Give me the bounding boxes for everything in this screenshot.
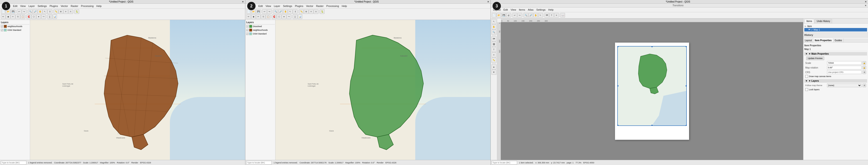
draw-map-check[interactable] (805, 75, 808, 78)
layer-item-osm-2[interactable]: ✓ OSM Standard (246, 32, 275, 36)
redo-btn-1[interactable]: ↪ (22, 9, 26, 14)
new-btn-3[interactable]: 📄 (492, 13, 496, 18)
undo-btn-3[interactable]: ↩ (513, 13, 517, 18)
menu-processing-2[interactable]: Processing (325, 4, 340, 8)
tab-layout[interactable]: Layout (803, 38, 813, 42)
save-btn-2[interactable]: 💾 (256, 9, 260, 14)
zoom-in-btn-1[interactable]: 🔍 (28, 9, 33, 14)
layer-item-neighbourhoods-1[interactable]: ✓ neighbourhoods (0, 25, 29, 28)
add-leg-tool-3[interactable]: ≡ (491, 52, 496, 57)
menu-view-2[interactable]: View (264, 4, 273, 8)
pan-btn-1[interactable]: ✋ (38, 9, 42, 14)
cut-btn-2[interactable]: ✂ (256, 14, 260, 19)
menu-settings-2[interactable]: Settings (281, 4, 293, 8)
raise-btn-3[interactable]: ▲ (491, 64, 496, 69)
select-btn-1[interactable]: ↖ (42, 9, 47, 14)
menu-items-3[interactable]: Items (518, 8, 527, 11)
tab-item-props[interactable]: Item Properties (813, 38, 833, 42)
add-map-btn-3[interactable]: 🗺 (545, 13, 549, 18)
tab-items[interactable]: Items (804, 19, 814, 23)
python-btn-2[interactable]: 🐍 (320, 9, 324, 14)
redo-btn-3[interactable]: ↪ (517, 13, 522, 18)
update-preview-btn[interactable]: Update Preview (806, 57, 824, 60)
menu-vector-2[interactable]: Vector (305, 4, 315, 8)
add-txt-tool-3[interactable]: T (491, 47, 496, 52)
layer-check-dissolved-2[interactable]: ✓ (246, 25, 249, 28)
add-point-btn-2[interactable]: ● (282, 14, 286, 19)
cut-btn-1[interactable]: ✂ (11, 14, 15, 19)
digitize-btn-2[interactable]: ✏ (246, 14, 251, 19)
map-canvas-2[interactable]: Badalona Sabadell Sant Feliu deLlobregat… (275, 20, 491, 160)
menu-atlas-3[interactable]: Atlas (527, 8, 535, 11)
snap-btn-1[interactable]: 🧲 (27, 14, 31, 19)
layer-check-1[interactable]: ✓ (1, 25, 3, 28)
locate-input-3[interactable] (492, 161, 517, 165)
layer-btn-2[interactable]: ⊕ (304, 9, 309, 14)
lock-layers-check[interactable] (805, 88, 808, 91)
snap-btn-2[interactable]: 🧲 (272, 14, 277, 19)
menu-processing-1[interactable]: Processing (80, 4, 95, 8)
close-icon-2[interactable]: ✕ (487, 0, 489, 3)
node-btn-1[interactable]: ◆ (6, 14, 10, 19)
layer-item-neighbourhoods-2[interactable]: ✓ neighbourhoods (246, 28, 275, 32)
attr-btn-2[interactable]: ≡ (309, 9, 313, 14)
stat-btn-2[interactable]: 📊 (298, 14, 302, 19)
add-poly-btn-2[interactable]: ⬡ (277, 14, 281, 19)
select-tool-3[interactable]: ↖ (491, 19, 496, 24)
save-btn-1[interactable]: 💾 (11, 9, 15, 14)
atlas-btn-3[interactable]: 📖 (560, 13, 565, 18)
locate-input-1[interactable] (1, 161, 26, 165)
layer-check-neigh-2[interactable]: ✓ (246, 29, 249, 31)
add-img-tool-3[interactable]: 🖼 (491, 42, 496, 47)
menu-vector-1[interactable]: Vector (59, 4, 69, 8)
tree-item-root[interactable]: ▷ Item (804, 25, 867, 28)
menu-edit-3[interactable]: Edit (502, 8, 509, 11)
print-canvas[interactable] (501, 22, 803, 160)
stat-btn-1[interactable]: 📊 (52, 14, 57, 19)
measure-btn-1[interactable]: 📏 (54, 9, 58, 14)
map-frame-selected[interactable] (617, 46, 687, 126)
label-btn-1[interactable]: A (68, 9, 73, 14)
menu-raster-1[interactable]: Raster (69, 4, 80, 8)
undo-btn-1[interactable]: ↩ (17, 9, 22, 14)
node-btn-2[interactable]: ◆ (251, 14, 256, 19)
menu-help-3[interactable]: Help (547, 8, 555, 11)
zoom-tool-3[interactable]: 🔍 (491, 30, 496, 35)
menu-edit-2[interactable]: Edit (257, 4, 264, 8)
add-map-tool-3[interactable]: 🗺 (491, 36, 496, 41)
python-btn-1[interactable]: 🐍 (74, 9, 79, 14)
menu-plugins-1[interactable]: Plugins (48, 4, 59, 8)
menu-raster-2[interactable]: Raster (315, 4, 325, 8)
menu-settings-1[interactable]: Settings (36, 4, 48, 8)
menu-layer-1[interactable]: Layer (27, 4, 36, 8)
rotation-input[interactable] (827, 66, 862, 69)
paste-btn-2[interactable]: 📋 (266, 14, 270, 19)
add-point-btn-1[interactable]: ● (36, 14, 41, 19)
zoom-in-btn-3[interactable]: 🔍 (524, 13, 528, 18)
menu-edit-1[interactable]: Edit (11, 4, 19, 8)
menu-settings-3[interactable]: Settings (535, 8, 547, 11)
tab-guides[interactable]: Guides (833, 38, 844, 42)
field-calc-btn-2[interactable]: ∑ (293, 14, 298, 19)
add-scale-tool-3[interactable]: 📏 (491, 58, 496, 63)
menu-view-1[interactable]: View (19, 4, 27, 8)
pan-btn-2[interactable]: ✋ (283, 9, 288, 14)
menu-help-1[interactable]: Help (95, 4, 103, 8)
menu-help-2[interactable]: Help (340, 4, 348, 8)
paste-btn-1[interactable]: 📋 (20, 14, 25, 19)
add-legend-btn-3[interactable]: ≡ (554, 13, 559, 18)
menu-layer-2[interactable]: Layer (273, 4, 282, 8)
add-line-btn-2[interactable]: 〜 (286, 14, 291, 19)
zoom-out-btn-2[interactable]: 🔎 (278, 9, 283, 14)
close-icon-3b[interactable]: ✕ (865, 4, 867, 7)
layer-btn-1[interactable]: ⊕ (59, 9, 63, 14)
field-calc-btn-1[interactable]: ∑ (48, 14, 52, 19)
scale-lock-btn[interactable]: 🔒 (863, 61, 866, 65)
copy-btn-1[interactable]: ⎘ (16, 14, 20, 19)
add-poly-btn-1[interactable]: ⬡ (31, 14, 36, 19)
digitize-btn-1[interactable]: ✏ (1, 14, 5, 19)
layer-check-osm-2[interactable]: ✓ (246, 33, 249, 35)
redo-btn-2[interactable]: ↪ (267, 9, 272, 14)
zoom-out-btn-1[interactable]: 🔎 (33, 9, 37, 14)
save-btn-3[interactable]: 💾 (501, 13, 506, 18)
